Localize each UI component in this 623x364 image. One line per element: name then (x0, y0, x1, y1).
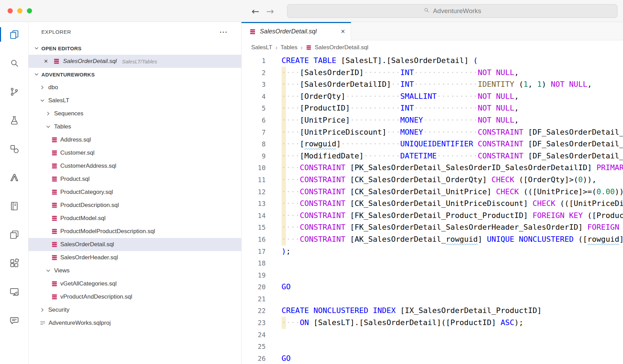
code-line-content[interactable]: ····CONSTRAINT [CK_SalesOrderDetail_Orde… (282, 174, 623, 186)
code-line[interactable]: 5····[ProductID]···········INT··········… (242, 102, 623, 114)
code-line[interactable]: 16····CONSTRAINT [AK_SalesOrderDetail_ro… (242, 233, 623, 246)
open-editor-item[interactable]: ✕SalesOrderDetail.sqlSalesLT/Tables (29, 55, 241, 68)
code-line-content[interactable] (282, 293, 623, 305)
minimize-window-button[interactable] (17, 8, 22, 13)
code-line-content[interactable]: ····ON [SalesLT].[SalesOrderDetail]([Pro… (282, 317, 623, 329)
code-line[interactable]: 24 (242, 329, 623, 341)
code-line[interactable]: 22CREATE NONCLUSTERED INDEX [IX_SalesOrd… (242, 305, 623, 317)
code-line[interactable]: 12····CONSTRAINT [CK_SalesOrderDetail_Un… (242, 186, 623, 198)
code-line[interactable]: 14····CONSTRAINT [FK_SalesOrderDetail_Pr… (242, 210, 623, 222)
code-line[interactable]: 17); (242, 246, 623, 258)
code-line-content[interactable]: ····CONSTRAINT [CK_SalesOrderDetail_Unit… (282, 186, 623, 198)
code-line[interactable]: 4····[OrderQty]············SMALLINT·····… (242, 91, 623, 103)
code-line-content[interactable]: GO (282, 281, 623, 293)
code-line[interactable]: 6····[UnitPrice]···········MONEY········… (242, 114, 623, 126)
source-control-icon[interactable] (0, 82, 28, 101)
code-line-content[interactable]: ····[ProductID]···········INT···········… (282, 102, 623, 114)
breadcrumb-item[interactable]: SalesOrderDetail.sql (306, 44, 368, 51)
tree-item-productdescription-sql[interactable]: ProductDescription.sql (29, 199, 241, 212)
open-editors-section-header[interactable]: OPEN EDITORS (29, 42, 241, 55)
code-line-content[interactable]: CREATE NONCLUSTERED INDEX [IX_SalesOrder… (282, 305, 623, 317)
code-line[interactable]: 2····[SalesOrderID]········INT··········… (242, 67, 623, 79)
tab-salesorderdetail[interactable]: SalesOrderDetail.sql ✕ (242, 22, 351, 40)
code-line[interactable]: 13····CONSTRAINT [CK_SalesOrderDetail_Un… (242, 198, 623, 210)
close-icon[interactable]: ✕ (44, 58, 50, 64)
tree-item-productmodelproductdescription-sql[interactable]: ProductModelProductDescription.sql (29, 225, 241, 238)
tree-item-vgetallcategories-sql[interactable]: vGetAllCategories.sql (29, 277, 241, 290)
code-line-content[interactable] (282, 269, 623, 281)
tree-item-address-sql[interactable]: Address.sql (29, 133, 241, 146)
code-line[interactable]: 8····[rowguid]·············UNIQUEIDENTIF… (242, 138, 623, 150)
tree-item-dbo[interactable]: dbo (29, 81, 241, 94)
code-line-content[interactable]: ····[rowguid]·············UNIQUEIDENTIFI… (282, 138, 623, 150)
project-section-header[interactable]: ADVENTUREWORKS (29, 68, 241, 81)
code-line[interactable]: 11····CONSTRAINT [CK_SalesOrderDetail_Or… (242, 174, 623, 186)
more-actions-icon[interactable]: ⋯ (219, 28, 227, 36)
feedback-icon[interactable] (0, 311, 28, 330)
test-beaker-icon[interactable] (0, 111, 28, 130)
forward-icon[interactable]: → (266, 6, 274, 17)
code-line[interactable]: 3····[SalesOrderDetailID]··INT··········… (242, 79, 623, 91)
search-icon[interactable] (0, 53, 28, 73)
azure-icon[interactable] (0, 168, 28, 187)
code-line[interactable]: 7····[UnitPriceDiscount]···MONEY········… (242, 126, 623, 138)
code-line[interactable]: 10····CONSTRAINT [PK_SalesOrderDetail_Sa… (242, 162, 623, 174)
tree-item-adventureworks-sqlproj[interactable]: AdventureWorks.sqlproj (29, 316, 241, 330)
tree-item-productcategory-sql[interactable]: ProductCategory.sql (29, 186, 241, 199)
line-number: 24 (242, 329, 266, 341)
code-line-content[interactable]: ····CONSTRAINT [PK_SalesOrderDetail_Sale… (282, 162, 623, 174)
code-line-content[interactable]: ····CONSTRAINT [AK_SalesOrderDetail_rowg… (282, 233, 623, 246)
tree-item-vproductanddescription-sql[interactable]: vProductAndDescription.sql (29, 290, 241, 303)
tree-item-sequences[interactable]: Sequences (29, 107, 241, 120)
code-line-content[interactable]: CREATE TABLE [SalesLT].[SalesOrderDetail… (282, 55, 623, 67)
notebook-icon[interactable] (0, 196, 28, 216)
editor-code[interactable]: 1CREATE TABLE [SalesLT].[SalesOrderDetai… (242, 55, 623, 364)
code-line[interactable]: 25 (242, 341, 623, 353)
tree-item-views[interactable]: Views (29, 264, 241, 277)
code-line-content[interactable]: ····CONSTRAINT [FK_SalesOrderDetail_Prod… (282, 210, 623, 222)
remote-monitor-icon[interactable] (0, 282, 28, 301)
tree-item-salesorderheader-sql[interactable]: SalesOrderHeader.sql (29, 251, 241, 264)
code-line[interactable]: 18 (242, 257, 623, 269)
tree-item-security[interactable]: Security (29, 303, 241, 316)
code-line-content[interactable]: ····CONSTRAINT [FK_SalesOrderDetail_Sale… (282, 221, 623, 233)
code-line-content[interactable] (282, 257, 623, 269)
code-line-content[interactable]: ····[SalesOrderID]········INT···········… (282, 67, 623, 79)
code-line[interactable]: 1CREATE TABLE [SalesLT].[SalesOrderDetai… (242, 55, 623, 67)
code-line-content[interactable]: GO (282, 353, 623, 364)
code-line-content[interactable]: ····[SalesOrderDetailID]··INT···········… (282, 79, 623, 91)
code-line[interactable]: 15····CONSTRAINT [FK_SalesOrderDetail_Sa… (242, 221, 623, 233)
code-line[interactable]: 9····[ModifiedDate]········DATETIME·····… (242, 150, 623, 162)
close-window-button[interactable] (8, 8, 13, 13)
back-icon[interactable]: ← (252, 6, 259, 17)
code-line[interactable]: 21 (242, 293, 623, 305)
tree-item-saleslt[interactable]: SalesLT (29, 94, 241, 107)
explorer-icon[interactable] (0, 25, 28, 44)
close-icon[interactable]: ✕ (341, 28, 345, 35)
components-icon[interactable] (0, 139, 28, 158)
breadcrumb-item[interactable]: SalesLT (251, 44, 272, 51)
code-line[interactable]: 20GO (242, 281, 623, 293)
code-line-content[interactable]: ····[OrderQty]············SMALLINT······… (282, 91, 623, 103)
tree-item-customer-sql[interactable]: Customer.sql (29, 146, 241, 159)
code-line-content[interactable]: ····[UnitPriceDiscount]···MONEY·········… (282, 126, 623, 138)
breadcrumb-item[interactable]: Tables (280, 44, 297, 51)
extensions-icon[interactable] (0, 253, 28, 273)
pages-icon[interactable] (0, 225, 28, 244)
tree-item-salesorderdetail-sql[interactable]: SalesOrderDetail.sql (29, 238, 241, 251)
code-line-content[interactable] (282, 341, 623, 353)
command-center[interactable]: AdventureWorks (287, 4, 617, 18)
code-line-content[interactable]: ); (282, 246, 623, 258)
code-line-content[interactable] (282, 329, 623, 341)
tree-item-customeraddress-sql[interactable]: CustomerAddress.sql (29, 159, 241, 173)
code-line[interactable]: 26GO (242, 353, 623, 364)
maximize-window-button[interactable] (27, 8, 32, 13)
tree-item-tables[interactable]: Tables (29, 120, 241, 133)
code-line[interactable]: 23····ON [SalesLT].[SalesOrderDetail]([P… (242, 317, 623, 329)
tree-item-product-sql[interactable]: Product.sql (29, 173, 241, 186)
tree-item-productmodel-sql[interactable]: ProductModel.sql (29, 212, 241, 225)
code-line-content[interactable]: ····[UnitPrice]···········MONEY·········… (282, 114, 623, 126)
code-line[interactable]: 19 (242, 269, 623, 281)
code-line-content[interactable]: ····CONSTRAINT [CK_SalesOrderDetail_Unit… (282, 198, 623, 210)
code-line-content[interactable]: ····[ModifiedDate]········DATETIME······… (282, 150, 623, 162)
